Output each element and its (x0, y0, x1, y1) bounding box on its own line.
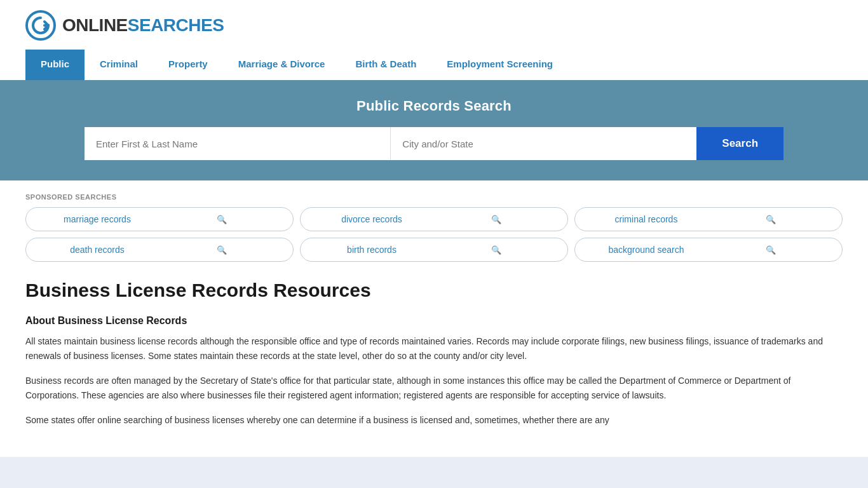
nav-tab-birth---death[interactable]: Birth & Death (340, 50, 431, 80)
sponsored-item-4[interactable]: birth records🔍 (300, 238, 568, 262)
svg-point-0 (27, 11, 55, 39)
search-icon: 🔍 (161, 215, 283, 224)
search-icon: 🔍 (435, 245, 557, 255)
sponsored-item-1[interactable]: divorce records🔍 (300, 207, 568, 231)
search-bar: Search (85, 127, 783, 160)
hero-title: Public Records Search (25, 98, 843, 114)
header: ONLINE SEARCHES PublicCriminalPropertyMa… (0, 0, 868, 80)
logo-searches: SEARCHES (128, 15, 224, 36)
main-nav: PublicCriminalPropertyMarriage & Divorce… (25, 50, 843, 80)
sponsored-item-label: death records (36, 245, 158, 255)
nav-tab-public[interactable]: Public (25, 50, 85, 80)
logo-icon (25, 10, 56, 41)
sponsored-label: SPONSORED SEARCHES (25, 193, 843, 201)
search-icon: 🔍 (710, 215, 832, 224)
search-icon: 🔍 (161, 245, 283, 255)
sponsored-item-label: background search (585, 245, 707, 255)
sponsored-item-3[interactable]: death records🔍 (25, 238, 294, 262)
article-subtitle: About Business License Records (25, 315, 843, 327)
article-para-3: Some states offer online searching of bu… (25, 413, 843, 428)
sponsored-item-label: criminal records (585, 214, 707, 224)
nav-tab-marriage---divorce[interactable]: Marriage & Divorce (223, 50, 341, 80)
sponsored-item-label: birth records (311, 245, 433, 255)
nav-tab-criminal[interactable]: Criminal (85, 50, 153, 80)
logo-area: ONLINE SEARCHES (25, 10, 843, 41)
location-input[interactable] (391, 127, 696, 160)
sponsored-item-label: marriage records (36, 214, 158, 224)
article-para-1: All states maintain business license rec… (25, 334, 843, 363)
sponsored-grid: marriage records🔍divorce records🔍crimina… (25, 207, 843, 262)
sponsored-item-label: divorce records (311, 214, 433, 224)
sponsored-item-0[interactable]: marriage records🔍 (25, 207, 294, 231)
article-para-2: Business records are often managed by th… (25, 374, 843, 403)
sponsored-item-2[interactable]: criminal records🔍 (574, 207, 843, 231)
name-input[interactable] (85, 127, 391, 160)
sponsored-item-5[interactable]: background search🔍 (574, 238, 843, 262)
main-content: SPONSORED SEARCHES marriage records🔍divo… (0, 180, 868, 457)
search-icon: 🔍 (435, 215, 557, 224)
search-button[interactable]: Search (696, 127, 783, 160)
logo-online: ONLINE (62, 15, 128, 36)
search-icon: 🔍 (710, 245, 832, 255)
nav-tab-employment-screening[interactable]: Employment Screening (431, 50, 568, 80)
logo-text: ONLINE SEARCHES (62, 15, 224, 36)
hero-section: Public Records Search Search (0, 80, 868, 180)
nav-tab-property[interactable]: Property (153, 50, 223, 80)
page-title: Business License Records Resources (25, 280, 843, 301)
